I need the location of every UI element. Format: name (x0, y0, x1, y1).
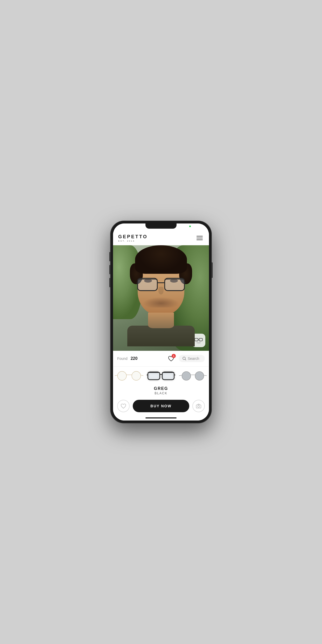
bottom-panel: Found 220 1 Search (113, 351, 209, 421)
svg-point-15 (132, 371, 141, 380)
camera-icon (196, 403, 201, 409)
hamburger-line-3 (197, 240, 203, 240)
home-indicator (113, 415, 209, 421)
svg-rect-1 (165, 278, 184, 291)
hamburger-line-2 (197, 238, 203, 238)
like-heart-icon (121, 403, 126, 409)
like-button[interactable] (117, 400, 130, 412)
frame-item-1[interactable] (113, 369, 145, 383)
svg-point-32 (198, 405, 199, 407)
svg-rect-19 (148, 372, 160, 380)
buy-now-button[interactable]: BUY NOW (133, 400, 189, 412)
glasses-ar-icon (194, 337, 203, 344)
brand-est: EST. 2013 (118, 240, 135, 242)
neck (148, 313, 174, 328)
svg-rect-0 (138, 278, 157, 291)
product-name: GREG (117, 386, 205, 391)
frame-item-2[interactable] (145, 369, 177, 383)
shirt (127, 326, 195, 346)
found-label: Found (117, 356, 128, 361)
beard (143, 297, 179, 307)
product-color: BLACK (117, 391, 205, 395)
svg-rect-20 (162, 372, 174, 380)
svg-line-13 (185, 359, 186, 360)
svg-point-26 (182, 372, 191, 380)
hair-top (135, 245, 187, 274)
camera-button[interactable] (192, 400, 205, 412)
status-indicator (189, 226, 191, 227)
found-bar: Found 220 1 Search (113, 351, 209, 367)
search-icon (183, 357, 186, 360)
svg-point-27 (195, 372, 204, 380)
wishlist-badge: 1 (172, 354, 176, 358)
svg-line-25 (174, 375, 175, 375)
svg-line-29 (179, 375, 182, 376)
svg-line-30 (204, 375, 207, 376)
phone-screen: GEPETTO EST. 2013 (113, 223, 209, 421)
svg-line-24 (147, 375, 148, 375)
notch (145, 223, 177, 229)
phone-device: GEPETTO EST. 2013 (110, 221, 212, 423)
search-label: Search (188, 356, 199, 361)
svg-line-18 (141, 375, 143, 376)
search-bar[interactable]: Search (179, 355, 205, 362)
brand-name: GEPETTO (118, 234, 148, 240)
status-bar (113, 223, 209, 231)
svg-rect-8 (199, 338, 202, 341)
wishlist-button[interactable]: 1 (166, 354, 176, 363)
action-bar: BUY NOW (113, 398, 209, 415)
svg-line-17 (115, 375, 117, 376)
hamburger-line-1 (197, 236, 203, 236)
frames-carousel (113, 367, 209, 385)
person-container (113, 245, 209, 351)
found-count: 220 (131, 356, 163, 361)
frame-item-3[interactable] (177, 369, 209, 383)
menu-button[interactable] (195, 235, 204, 241)
app-header: GEPETTO EST. 2013 (113, 231, 209, 245)
glasses-on-face (136, 276, 186, 294)
product-info: GREG BLACK (113, 385, 209, 398)
logo-area: GEPETTO EST. 2013 (118, 234, 148, 242)
svg-rect-7 (195, 338, 198, 341)
svg-point-14 (117, 371, 127, 380)
home-bar (145, 417, 177, 418)
hero-image (113, 245, 209, 351)
